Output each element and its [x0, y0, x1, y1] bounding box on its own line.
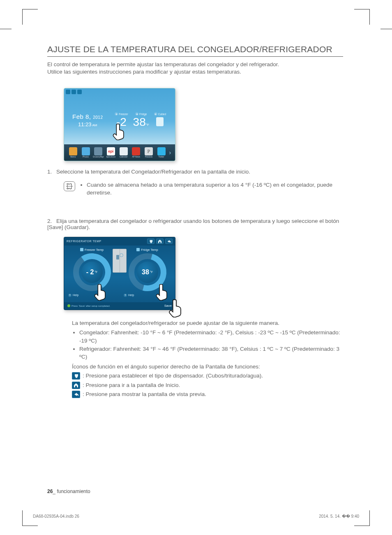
dock-pandora[interactable]: PPandora [143, 147, 154, 158]
step-2: 2.Elija una temperatura del congelador o… [47, 218, 343, 230]
intro-line1: El control de temperatura le permite aju… [47, 61, 279, 67]
step-1-text: Seleccione la temperatura del Congelador… [56, 169, 250, 175]
note-text: Cuando se almacena helado a una temperat… [87, 181, 343, 196]
dock-next-icon[interactable]: › [168, 149, 172, 156]
time-value: 11:23 [78, 121, 92, 127]
print-footer-right: 2014. 5. 14. �� 9:40 [319, 514, 359, 519]
home-screen-screenshot: Feb 8, 2012 11:23AM ❄Freezer -2 ❄Fridge … [64, 88, 175, 161]
explanation-block: La temperatura del congelador/refrigerad… [72, 319, 343, 398]
fridge-glyph-icon [136, 248, 140, 251]
calendar-icon [120, 147, 128, 155]
dock-memo[interactable]: Memo [67, 147, 79, 158]
temp-screen-title: REFRIGERATOR TEMP [67, 240, 101, 243]
apnews-icon [132, 147, 140, 155]
fridge-widget[interactable]: ❄Fridge 38°F [133, 112, 149, 128]
dock-label: Epicurious [106, 156, 115, 158]
fridge-unit: °F [146, 123, 149, 127]
temp-screen-screenshot: REFRIGERATOR TEMP Freezer Temp - 2°F ?He… [64, 237, 175, 310]
dock-epicurious[interactable]: epiEpicurious [105, 147, 117, 158]
step-2-text: Elija una temperatura del congelador o r… [47, 218, 339, 230]
dock-calendar[interactable]: Calendar [118, 147, 129, 158]
intro-text: El control de temperatura le permite aju… [47, 61, 343, 76]
page-section: funcionamiento [57, 489, 90, 494]
bullet-freezer: Congelador: Fahrenheit: -10 °F ~ 6 °F (P… [79, 329, 343, 345]
dock-label: Photos [83, 156, 89, 158]
date-main: Feb 8, [72, 113, 91, 120]
dock-label: Twitter [158, 156, 164, 158]
fridge-sub: Fridge Temp [141, 248, 158, 252]
save-hint: Press ‘Save’ after setup completed. [71, 305, 110, 307]
print-footer-left: DA68-02935A-04.indb 26 [33, 514, 79, 519]
hand-pointer-icon [112, 123, 126, 140]
fridge-dial-unit: °F [150, 271, 153, 273]
dock-label: AP News [132, 156, 140, 158]
fridge-caption: Fridge [139, 113, 147, 116]
dispenser-icon [72, 372, 80, 380]
twitter-icon [157, 147, 166, 155]
home-icon [72, 382, 80, 389]
page-number: 26_ funcionamiento [47, 489, 90, 494]
status-icons [66, 90, 82, 94]
home-button[interactable] [156, 239, 164, 244]
freezer-caption: Freezer [119, 113, 128, 116]
memo-icon [69, 147, 77, 155]
freezer-sub: Freezer Temp [85, 248, 104, 252]
icon-home-text: : Presione para ir a la pantalla de Inic… [83, 381, 180, 389]
dock-twitter[interactable]: Twitter [156, 147, 167, 158]
note-icon [64, 181, 75, 191]
intro-line2: Utilice las siguientes instrucciones par… [47, 69, 241, 75]
hand-pointer-icon [155, 283, 169, 301]
fridge-illustration [113, 249, 127, 273]
hand-pointer-icon [168, 299, 184, 317]
back-button[interactable] [165, 239, 173, 244]
dispenser-button[interactable] [147, 239, 154, 244]
hand-pointer-icon [94, 283, 108, 301]
icon-back-text: : Presione para mostrar la pantalla de v… [83, 390, 206, 398]
pandora-icon: P [145, 147, 153, 155]
cubed-caption: Cubed [158, 113, 166, 116]
cubed-widget[interactable]: ❄Cubed [154, 112, 166, 126]
help-label[interactable]: Help [128, 294, 134, 296]
fridge-value: 38 [133, 116, 146, 128]
icons-intro: Íconos de función en el ángulo superior … [72, 363, 343, 371]
freezer-dial-unit: °F [95, 271, 97, 273]
help-label[interactable]: Help [73, 294, 78, 296]
date-year: 2012 [93, 115, 103, 120]
freezer-panel: Freezer Temp - 2°F ?Help [64, 245, 120, 302]
dock-label: Grocery/Mgr [93, 156, 104, 158]
icon-disp-text: : Presione para establecer el tipo de di… [83, 372, 263, 380]
dock-grocery[interactable]: Grocery/Mgr [92, 147, 104, 158]
epicurious-icon: epi [107, 147, 115, 155]
freezer-dial-value: - 2 [86, 269, 94, 276]
dock-label: Pandora [145, 156, 152, 158]
snowflake-icon [80, 248, 83, 251]
back-icon [72, 391, 80, 398]
bullet-fridge: Refrigerador: Fahrenheit: 34 °F ~ 46 °F … [79, 345, 343, 361]
dock-apnews[interactable]: AP News [130, 147, 142, 158]
cubed-icon [156, 117, 164, 126]
dock-label: Calendar [120, 156, 127, 158]
explain-intro: La temperatura del congelador/refrigerad… [72, 319, 343, 327]
dock-photos[interactable]: Photos [80, 147, 92, 158]
dock-label: Memo [70, 156, 76, 158]
note-box: Cuando se almacena helado a una temperat… [64, 181, 343, 196]
photos-icon [82, 147, 90, 155]
page-no: 26 [47, 489, 53, 494]
section-title: AJUSTE DE LA TEMPERATURA DEL CONGELADOR/… [47, 44, 343, 57]
time-ampm: AM [92, 123, 97, 127]
clock-widget: Feb 8, 2012 11:23AM [72, 113, 103, 127]
grocery-icon [94, 147, 102, 155]
fridge-dial-value: 38 [142, 269, 149, 276]
step-1: 1.Seleccione la temperatura del Congelad… [47, 169, 343, 175]
app-dock: Memo Photos Grocery/Mgr epiEpicurious Ca… [64, 144, 175, 161]
